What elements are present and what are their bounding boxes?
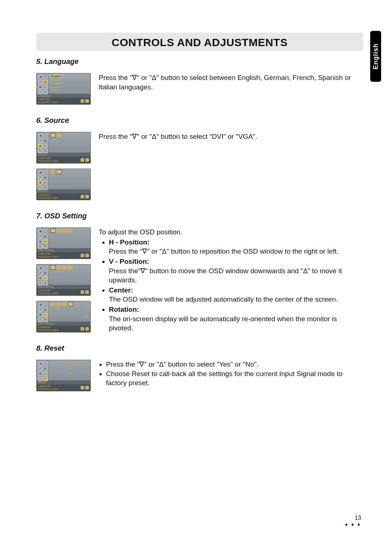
section-7-text: To adjust the OSD position. H - Position… — [91, 227, 363, 334]
osd-footer: 1280x1024H:63.5KHz V:60.0 — [37, 193, 90, 200]
osd-osdset-content: Rotation 0° 90° 270° — [49, 301, 90, 322]
screen-icon: ▭ — [43, 276, 48, 280]
vga-icon — [81, 386, 84, 389]
rot-opt: 0° — [50, 310, 88, 313]
vga-icon — [81, 254, 84, 257]
osd-panel-source-a: ◀◯ ↗▤ ♣▭ ≡↻ Source 1280x1024H:63.5KHz V:… — [36, 132, 91, 164]
center-icon — [62, 302, 67, 306]
vga-icon — [81, 158, 84, 162]
section-5-heading: 5. Language — [36, 57, 363, 66]
osd-osdset-content: H. Position — [49, 265, 90, 285]
language-icon: ▤ — [43, 175, 48, 180]
language-icon: ▤ — [43, 80, 48, 84]
club-icon: ♣ — [38, 144, 43, 148]
rot-opt: 270° — [50, 316, 88, 319]
language-icon: ▤ — [43, 271, 48, 275]
language-icon: ▤ — [43, 307, 48, 312]
speaker-icon — [85, 327, 89, 331]
screen-icon: ▭ — [43, 85, 48, 89]
rotation-icon — [68, 302, 73, 306]
vga-icon — [81, 195, 84, 198]
brightness-icon: ◯ — [43, 266, 48, 270]
osd-icon-grid: ◀◯ ↗▤ ♣▭ ≡↻ — [37, 132, 49, 153]
language-tab: English — [370, 31, 381, 82]
screen-icon: ▭ — [43, 180, 48, 185]
brightness-icon: ◯ — [43, 361, 48, 366]
osd-source-content — [49, 132, 90, 153]
bullet-rotation: Rotation:The on-screen display will be a… — [109, 305, 363, 333]
volume-icon: ◀ — [38, 170, 43, 175]
osd-hv: H:63.5KHz V:60.0 — [38, 197, 58, 199]
osd-title: Language — [37, 94, 90, 98]
osd-lang-selected: English — [50, 74, 62, 78]
bullet-vpos: V - Position:Press the"∇" button to move… — [109, 257, 363, 285]
osd-hv: H:63.5KHz V:60.0 — [38, 292, 58, 295]
language-icon: ▤ — [43, 138, 48, 143]
club-icon: ♣ — [38, 239, 43, 244]
osd-title: OSD Setting — [37, 322, 90, 326]
osd-title: Reset — [37, 380, 90, 384]
section-7-intro: To adjust the OSD position. — [99, 227, 363, 237]
section-6-panel-col: ◀◯ ↗▤ ♣▭ ≡↻ Source 1280x1024H:63.5KHz V:… — [36, 132, 91, 205]
osd-icon-grid: ◀◯ ↗▤ ♣▭ ≡↻ — [37, 360, 49, 380]
center-icon — [62, 266, 67, 269]
bullet-center: Center:The OSD window will be adjusted a… — [109, 286, 363, 304]
confirm-label: Confirm — [50, 361, 89, 365]
osd-resolution: 1280x1024 — [38, 385, 58, 388]
screen-icon: ▭ — [43, 239, 48, 244]
osd-lang-option: Italiano — [50, 89, 89, 93]
section-6: ◀◯ ↗▤ ♣▭ ≡↻ Source 1280x1024H:63.5KHz V:… — [36, 132, 363, 205]
section-8-text: Press the "∇" or "Δ" button to select "Y… — [91, 360, 363, 388]
section-8-panel-col: ◀◯ ↗▤ ♣▭ ≡↻ Confirm Yes No Reset 1280x10… — [36, 360, 91, 396]
vpos-icon — [56, 266, 61, 269]
rotation-icon — [68, 266, 73, 269]
section-7-panel-col: ◀◯ ↗▤ ♣▭ ≡↻ OSD Setting 1280x1024H:63.5K… — [36, 227, 91, 338]
club-icon: ♣ — [38, 180, 43, 185]
reset-bullet-1: Press the "∇" or "Δ" button to select "Y… — [106, 360, 363, 369]
page-footer: 13 ♦ ♦ ♦ — [345, 515, 361, 527]
tool-icon: ↗ — [38, 138, 43, 143]
bullet-label: V - Position: — [109, 258, 149, 265]
volume-icon: ◀ — [38, 361, 43, 366]
volume-icon: ◀ — [38, 74, 43, 79]
volume-icon: ◀ — [38, 302, 43, 307]
bullet-label: Rotation: — [109, 306, 139, 313]
vga-icon — [81, 99, 84, 103]
tool-icon: ↗ — [38, 271, 43, 275]
osd-title: OSD Setting — [37, 285, 90, 289]
osd-footer: 1280x1024H:63.5KHz V:60.0 — [37, 384, 90, 391]
osd-footer: 1280x1024H:63.5KHz V:60.0 — [37, 252, 90, 259]
osd-resolution: 1280x1024 — [38, 98, 58, 101]
speaker-icon — [85, 195, 89, 198]
tool-icon: ↗ — [38, 234, 43, 239]
osd-lang-option: Deutsch — [50, 78, 89, 82]
bullet-label: H - Position: — [109, 238, 150, 246]
hpos-icon — [50, 229, 56, 233]
section-7-heading: 7. OSD Setting — [36, 212, 363, 220]
tool-icon: ↗ — [38, 80, 43, 84]
osd-footer: 1280x1024H:63.5KHz V:60.0 — [37, 157, 90, 163]
bullet-text: Press the "∇" or "Δ" button to repositio… — [109, 247, 338, 255]
osd-hv: H:63.5KHz V:60.0 — [38, 160, 58, 163]
source-vga-icon — [50, 170, 56, 174]
bullet-text: The on-screen display will be automatica… — [109, 315, 337, 332]
osd-icon-grid: ◀◯ ↗▤ ♣▭ ≡↻ — [37, 73, 49, 94]
osd-resolution: 1280x1024 — [38, 194, 58, 197]
bullet-label: Center: — [109, 286, 133, 294]
section-5-text: Press the "∇" or "Δ" button to select be… — [91, 73, 363, 92]
language-icon: ▤ — [43, 366, 48, 371]
osd-hv: H:63.5KHz V:60.0 — [38, 388, 58, 391]
osd-resolution: 1280x1024 — [38, 326, 58, 329]
bullet-text: The OSD window will be adjusted automati… — [109, 295, 338, 303]
osd-title: Source — [37, 189, 90, 193]
osd-reset-content: Confirm Yes No — [49, 360, 90, 380]
reset-bullet-2: Choose Reset to call-back all the settin… — [106, 369, 363, 388]
osd-footer: 1280x1024H:63.5KHz V:60.0 — [37, 289, 90, 295]
section-8: ◀◯ ↗▤ ♣▭ ≡↻ Confirm Yes No Reset 1280x10… — [36, 360, 363, 396]
vpos-icon — [56, 229, 61, 233]
section-7: ◀◯ ↗▤ ♣▭ ≡↻ OSD Setting 1280x1024H:63.5K… — [36, 227, 363, 338]
speaker-icon — [85, 254, 89, 257]
brightness-icon: ◯ — [43, 133, 48, 138]
rotation-icon — [68, 229, 73, 233]
bullet-text: Press the"∇" button to move the OSD wind… — [109, 267, 342, 284]
